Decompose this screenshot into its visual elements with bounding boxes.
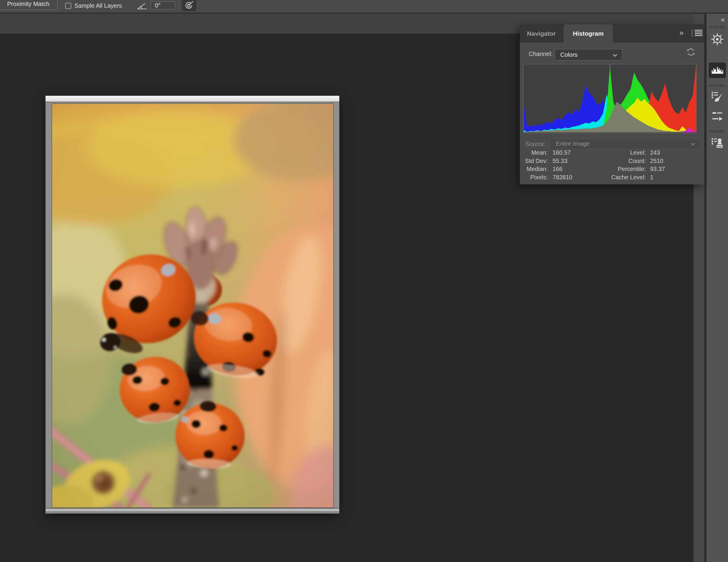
- document-window[interactable]: [45, 96, 339, 514]
- stat-count-label: Count:: [598, 158, 646, 164]
- collapse-panel-button[interactable]: »: [679, 28, 683, 37]
- sample-all-layers-checkbox[interactable]: [65, 3, 71, 9]
- stat-stddev-value: 55.33: [553, 158, 567, 164]
- brush-settings-panel-icon[interactable]: [711, 109, 724, 123]
- sample-all-layers-label[interactable]: Sample All Layers: [74, 2, 122, 9]
- dock-separator: [707, 23, 728, 24]
- chevron-down-icon: [691, 143, 695, 146]
- dock-separator: [707, 154, 728, 155]
- stat-median-label: Median:: [500, 166, 548, 172]
- channel-label: Channel:: [520, 51, 553, 57]
- toolbar-divider: [133, 1, 134, 11]
- source-label: Source:: [520, 141, 546, 147]
- stat-level-value: 243: [650, 149, 660, 156]
- histogram-panel: Navigator Histogram » Channel: Colors: [520, 24, 704, 184]
- document-bottom-bar: [45, 508, 339, 512]
- dock-separator: [707, 128, 728, 128]
- panel-menu-icon[interactable]: [695, 30, 702, 36]
- histogram-panel-button[interactable]: [708, 62, 726, 79]
- dock-divider[interactable]: [704, 14, 707, 562]
- stat-mean-value: 160.57: [553, 149, 571, 156]
- source-select: Entire Image: [550, 138, 701, 149]
- proximity-match-button[interactable]: Proximity Match: [0, 0, 58, 10]
- tab-navigator[interactable]: Navigator: [520, 24, 563, 43]
- histogram-panel-icon: [711, 65, 724, 76]
- source-value: Entire Image: [550, 140, 589, 147]
- channel-value: Colors: [555, 51, 578, 58]
- angle-icon: [137, 2, 148, 11]
- stat-pixels-value: 782810: [553, 174, 572, 181]
- stat-cachelevel-value: 1: [650, 174, 653, 181]
- pen-pressure-button[interactable]: [182, 0, 196, 11]
- toolbar-divider: [179, 1, 179, 11]
- dock-separator: [707, 82, 728, 82]
- toolbar-divider: [60, 1, 61, 11]
- chevron-down-icon: [613, 54, 617, 57]
- stat-pixels-label: Pixels:: [500, 174, 548, 181]
- document-titlebar[interactable]: [45, 96, 339, 102]
- panel-icon-dock: «: [707, 14, 728, 562]
- stat-cachelevel-label: Cache Level:: [598, 174, 646, 181]
- options-bar-edge: [0, 12, 728, 14]
- stat-stddev-label: Std Dev:: [500, 158, 548, 164]
- stat-percentile-value: 93.37: [650, 166, 665, 172]
- brushes-panel-icon[interactable]: [711, 90, 724, 103]
- channel-select[interactable]: Colors: [555, 49, 622, 60]
- stat-median-value: 166: [553, 166, 562, 172]
- clone-source-panel-icon[interactable]: [711, 136, 724, 149]
- canvas-photo[interactable]: [52, 103, 334, 508]
- navigator-wheel-icon[interactable]: [711, 33, 724, 46]
- panel-header-separator: [692, 29, 692, 37]
- stat-mean-label: Mean:: [500, 149, 548, 156]
- pen-pressure-icon: [184, 1, 194, 11]
- dock-grip[interactable]: [709, 130, 725, 133]
- dock-grip[interactable]: [709, 26, 725, 29]
- dock-grip[interactable]: [709, 84, 725, 87]
- tab-histogram[interactable]: Histogram: [564, 24, 613, 43]
- expand-panels-button[interactable]: «: [721, 15, 724, 24]
- stat-percentile-label: Percentile:: [598, 166, 646, 172]
- photoshop-workspace: Proximity Match Sample All Layers 0°: [0, 0, 728, 562]
- histogram-chart: [523, 64, 696, 133]
- stat-level-label: Level:: [598, 149, 646, 156]
- angle-input[interactable]: 0°: [150, 1, 175, 10]
- uncached-refresh-icon[interactable]: [686, 48, 695, 58]
- stat-count-value: 2510: [650, 158, 663, 164]
